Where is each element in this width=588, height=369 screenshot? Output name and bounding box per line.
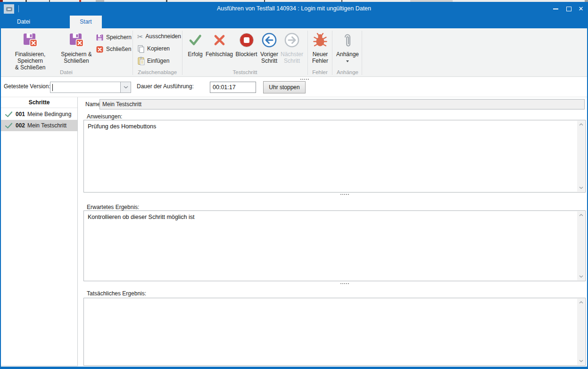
scrollbar[interactable] [577, 211, 585, 280]
scroll-up-icon [579, 301, 583, 304]
floppy-icon [96, 34, 104, 42]
close-icon: ✕ [579, 5, 584, 12]
minimize-button[interactable] [549, 2, 562, 16]
save-and-close-button[interactable]: Speichern & Schließen [58, 30, 94, 74]
minimize-icon [553, 8, 558, 9]
group-caption-datei: Datei [0, 69, 133, 75]
step-item-002[interactable]: 002 Mein Testschritt [1, 120, 77, 131]
execution-toolbar: Getestete Version: Dauer der Ausführung:… [0, 77, 588, 97]
next-step-label: Nächster Schritt [281, 51, 303, 64]
tested-version-label: Getestete Version: [4, 83, 50, 90]
close-button[interactable]: ✕ [575, 2, 587, 16]
scroll-down-icon [579, 186, 583, 189]
group-caption-zwischenablage: Zwischenablage [133, 69, 182, 75]
scroll-up-icon [579, 214, 583, 217]
group-separator [307, 31, 308, 75]
new-bug-label: Neuer Fehler [312, 51, 328, 64]
maximize-icon [566, 7, 571, 11]
save-and-close-label: Speichern & Schließen [61, 51, 91, 64]
floppy-x-icon [69, 32, 84, 49]
scrollbar[interactable] [577, 121, 585, 192]
group-caption-fehler: Fehler [308, 69, 332, 75]
group-separator [182, 31, 182, 75]
close-file-button[interactable]: Schließen [96, 44, 131, 54]
expected-result-textarea[interactable]: Kontrollieren ob dieser Schritt möglich … [83, 210, 586, 281]
ribbon: Finalisieren, Speichern & Schließen Spei… [0, 28, 588, 77]
arrow-right-circle-icon [284, 32, 300, 49]
step-number: 002 [16, 122, 25, 129]
paste-label: Einfügen [147, 58, 169, 64]
scroll-down-icon [579, 275, 583, 278]
maximize-button[interactable] [563, 2, 575, 16]
finalize-save-close-label: Finalisieren, Speichern & Schließen [3, 51, 58, 71]
floppy-x-icon [23, 32, 38, 49]
blocked-button[interactable]: Blockiert [233, 30, 259, 74]
cut-button[interactable]: ✂ Ausschneiden [137, 31, 181, 42]
copy-label: Kopieren [147, 45, 170, 52]
attachments-dropdown-icon [346, 60, 349, 62]
attachments-label: Anhänge [336, 51, 359, 58]
success-button[interactable]: Erfolg [185, 30, 206, 74]
check-icon [5, 123, 13, 129]
splitter-grip[interactable] [340, 283, 349, 284]
actual-result-text [84, 298, 577, 365]
chevron-down-icon [124, 86, 128, 89]
blocked-label: Blockiert [235, 51, 257, 58]
group-separator [332, 31, 332, 75]
scroll-up-icon [579, 123, 583, 126]
step-label: Meine Bedingung [27, 111, 71, 117]
finalize-save-close-button[interactable]: Finalisieren, Speichern & Schließen [3, 30, 58, 74]
text-caret [52, 84, 53, 91]
check-icon [188, 32, 203, 49]
fail-button[interactable]: Fehlschlag [206, 30, 233, 74]
duration-label: Dauer der Ausführung: [137, 83, 194, 90]
steps-panel: Schritte 001 Meine Bedingung 002 Mein Te… [1, 97, 78, 366]
new-bug-button[interactable]: Neuer Fehler [309, 30, 331, 74]
attachments-button[interactable]: Anhänge [334, 30, 361, 74]
group-caption-testschritt: Testschritt [182, 69, 307, 75]
expected-result-text: Kontrollieren ob dieser Schritt möglich … [84, 211, 577, 281]
instructions-text: Prüfung des Homebuttons [84, 120, 577, 192]
bug-icon [313, 32, 327, 49]
paste-button[interactable]: Einfügen [137, 56, 169, 66]
previous-step-button[interactable]: Voriger Schritt [259, 30, 280, 74]
red-x-icon [96, 45, 104, 53]
stop-circle-icon [239, 32, 255, 49]
instructions-label: Anweisungen: [87, 113, 122, 120]
next-step-button: Nächster Schritt [280, 30, 304, 74]
step-item-001[interactable]: 001 Meine Bedingung [1, 109, 77, 120]
x-icon [212, 32, 227, 49]
instructions-textarea[interactable]: Prüfung des Homebuttons [83, 120, 586, 193]
window-border-left [0, 2, 1, 369]
name-input[interactable] [99, 99, 585, 109]
paste-icon [137, 57, 145, 65]
save-button[interactable]: Speichern [96, 32, 132, 42]
scrollbar[interactable] [577, 299, 585, 365]
test-run-window: Ausführen von Testfall 140934 : Login mi… [0, 0, 588, 369]
step-number: 001 [16, 111, 25, 117]
paperclip-icon [342, 32, 353, 49]
tab-start[interactable]: Start [70, 16, 102, 28]
tested-version-combobox[interactable] [50, 82, 131, 93]
copy-button[interactable]: Kopieren [137, 43, 170, 54]
actual-result-textarea[interactable] [83, 298, 586, 366]
window-border-bottom [0, 367, 588, 369]
splitter-grip[interactable] [300, 79, 309, 80]
window-title: Ausführen von Testfall 140934 : Login mi… [0, 2, 588, 16]
scroll-down-icon [579, 360, 583, 362]
check-icon [5, 111, 13, 117]
duration-input[interactable] [210, 82, 256, 93]
tab-datei[interactable]: Datei [7, 16, 41, 28]
expected-result-label: Erwartetes Ergebnis: [87, 204, 139, 210]
save-label: Speichern [106, 34, 132, 41]
actual-result-label: Tatsächliches Ergebnis: [87, 290, 146, 297]
content-divider [0, 97, 588, 97]
stop-clock-button[interactable]: Uhr stoppen [263, 81, 306, 93]
combobox-dropdown-button[interactable] [120, 82, 131, 92]
steps-header: Schritte [1, 97, 77, 108]
scissors-icon: ✂ [137, 33, 143, 40]
success-label: Erfolg [188, 51, 202, 58]
splitter-grip[interactable] [340, 194, 349, 195]
fail-label: Fehlschlag [206, 51, 233, 58]
cut-label: Ausschneiden [146, 33, 181, 40]
